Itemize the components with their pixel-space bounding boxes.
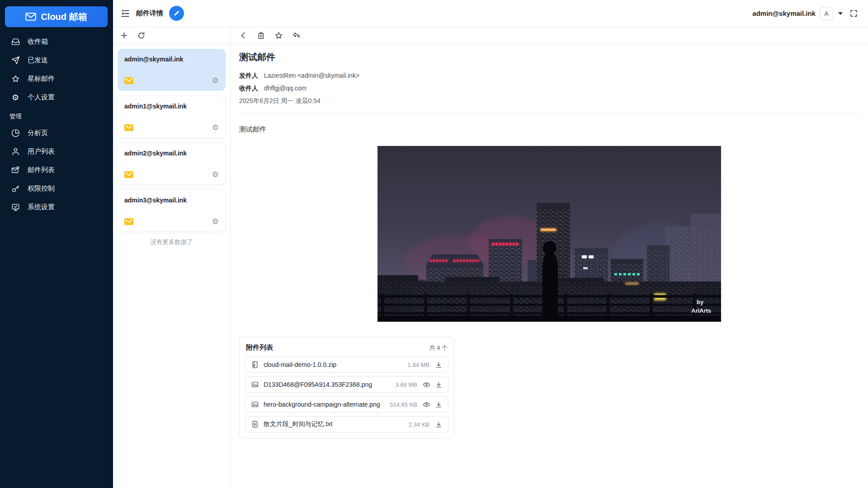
sidebar-item-label: 收件箱 [28, 38, 48, 46]
page-title: 邮件详情 [136, 9, 163, 18]
attachment-row: cloud-mail-demo-1.0.0.zip 1.84 MB [245, 357, 448, 373]
account-card[interactable]: admin2@skymail.ink ⚙ [118, 143, 226, 185]
star-icon [11, 75, 20, 84]
sidebar-item-label: 权限控制 [28, 184, 55, 193]
back-icon[interactable] [239, 31, 248, 40]
attachments-panel: 附件列表 共 4 个 cloud-mail-demo-1.0.0.zip [239, 337, 454, 438]
account-card-email: admin2@skymail.ink [124, 150, 219, 157]
image-file-icon [251, 400, 259, 408]
sidebar-item-personal-settings[interactable]: ⚙ 个人设置 [0, 88, 113, 107]
sidebar-item-label: 系统设置 [28, 203, 55, 211]
monitor-icon [11, 203, 20, 212]
pie-chart-icon [11, 129, 20, 138]
email-detail-panel: 测试邮件 发件人 LaziestRen <admin@skymail.ink> … [231, 27, 868, 488]
account-settings-gear-icon[interactable]: ⚙ [212, 124, 219, 131]
attachment-row: 散文片段_时间与记忆.txt 2.34 KB [245, 416, 448, 432]
account-settings-gear-icon[interactable]: ⚙ [212, 218, 219, 225]
text-file-icon [251, 420, 259, 428]
image-file-icon [251, 380, 259, 389]
reply-icon[interactable] [292, 31, 301, 40]
mail-list-icon [11, 166, 20, 175]
account-card-email: admin3@skymail.ink [124, 197, 219, 204]
account-list-panel: admin@skymail.ink ⚙ admin1@skymail.ink [113, 27, 231, 488]
attachment-name: cloud-mail-demo-1.0.0.zip [264, 361, 403, 368]
sidebar-item-system-settings[interactable]: 系统设置 [0, 198, 113, 216]
user-icon [11, 147, 20, 156]
sidebar-item-users[interactable]: 用户列表 [0, 142, 113, 161]
fullscreen-icon[interactable] [849, 9, 858, 18]
attachment-row: hero-background-campaign-alternate.png 5… [245, 396, 448, 413]
no-more-data-text: 没有更多数据了 [118, 238, 226, 246]
download-icon[interactable] [435, 361, 443, 369]
refresh-icon[interactable] [137, 31, 146, 40]
attachment-row: D133D468@F095A914.353F2368.png 3.68 MB [245, 376, 448, 393]
brand-logo-button[interactable]: Cloud 邮箱 [5, 6, 108, 27]
preview-eye-icon[interactable] [423, 381, 430, 389]
account-card-email: admin@skymail.ink [124, 56, 219, 63]
attachment-name: hero-background-campaign-alternate.png [264, 401, 385, 408]
from-value: LaziestRen <admin@skymail.ink> [264, 72, 359, 79]
sidebar-item-label: 个人设置 [28, 93, 55, 102]
sidebar-item-mail-list[interactable]: 邮件列表 [0, 161, 113, 179]
account-list-toolbar [113, 27, 230, 44]
zip-file-icon [251, 361, 259, 369]
mail-logo-icon [25, 13, 36, 21]
account-cards: admin@skymail.ink ⚙ admin1@skymail.ink [113, 44, 230, 246]
sidebar-section-admin: 管理 [0, 107, 113, 124]
send-icon [11, 56, 20, 65]
attachment-name: 散文片段_时间与记忆.txt [264, 420, 404, 428]
to-label: 收件人 [239, 84, 258, 93]
main-area: 邮件详情 admin@skymail.ink A [113, 0, 868, 488]
email-date: 2025年6月2日 周一 凌晨0:54 [239, 97, 859, 105]
sidebar-item-starred[interactable]: 星标邮件 [0, 70, 113, 88]
brand-name: Cloud 邮箱 [41, 11, 87, 23]
inbox-icon [11, 38, 20, 47]
to-value: dhffgj@qq.com [264, 84, 307, 92]
folder-envelope-icon [124, 124, 133, 131]
sidebar-item-label: 星标邮件 [28, 75, 55, 83]
email-subject: 测试邮件 [239, 51, 859, 63]
attachments-title: 附件列表 [246, 343, 273, 352]
download-icon[interactable] [435, 421, 443, 428]
download-icon[interactable] [435, 401, 443, 408]
delete-icon[interactable] [257, 31, 265, 40]
folder-envelope-icon [124, 218, 133, 225]
key-icon [11, 184, 20, 193]
attachments-count: 共 4 个 [429, 344, 448, 352]
sidebar-fold-icon[interactable] [120, 9, 130, 19]
account-card[interactable]: admin@skymail.ink ⚙ [118, 49, 226, 91]
account-card[interactable]: admin3@skymail.ink ⚙ [118, 190, 226, 232]
chevron-down-icon[interactable] [838, 12, 843, 15]
sidebar-item-label: 邮件列表 [28, 166, 55, 174]
sidebar-item-label: 已发送 [28, 56, 48, 65]
email-body-text: 测试邮件 [239, 125, 859, 134]
compose-button[interactable] [169, 6, 184, 21]
star-icon[interactable] [274, 31, 283, 40]
gear-icon: ⚙ [11, 93, 20, 102]
account-settings-gear-icon[interactable]: ⚙ [212, 171, 219, 178]
email-view: 测试邮件 发件人 LaziestRen <admin@skymail.ink> … [231, 44, 868, 456]
image-watermark-artist: AriArts [691, 307, 711, 314]
sidebar-item-label: 用户列表 [28, 147, 55, 156]
add-account-icon[interactable] [120, 31, 128, 40]
avatar[interactable]: A [820, 7, 833, 20]
attachment-size: 1.84 MB [408, 361, 429, 368]
folder-envelope-icon [124, 77, 133, 84]
pencil-icon [173, 10, 180, 17]
sidebar: Cloud 邮箱 收件箱 已发送 星标邮件 ⚙ 个人设置 管理 [0, 0, 113, 488]
sidebar-item-inbox[interactable]: 收件箱 [0, 33, 113, 51]
account-settings-gear-icon[interactable]: ⚙ [212, 77, 219, 84]
account-card[interactable]: admin1@skymail.ink ⚙ [118, 96, 226, 138]
attachment-size: 2.34 KB [409, 421, 429, 428]
workspace: admin@skymail.ink ⚙ admin1@skymail.ink [113, 27, 868, 488]
sidebar-item-analytics[interactable]: 分析页 [0, 124, 113, 142]
attachment-size: 514.65 KB [390, 401, 417, 408]
download-icon[interactable] [435, 381, 443, 389]
attachment-name: D133D468@F095A914.353F2368.png [264, 381, 391, 388]
sidebar-item-sent[interactable]: 已发送 [0, 51, 113, 70]
sidebar-item-permissions[interactable]: 权限控制 [0, 179, 113, 198]
email-toolbar [231, 27, 868, 44]
preview-eye-icon[interactable] [423, 401, 430, 408]
topbar: 邮件详情 admin@skymail.ink A [113, 0, 868, 27]
email-embedded-image: by AriArts [377, 146, 721, 322]
